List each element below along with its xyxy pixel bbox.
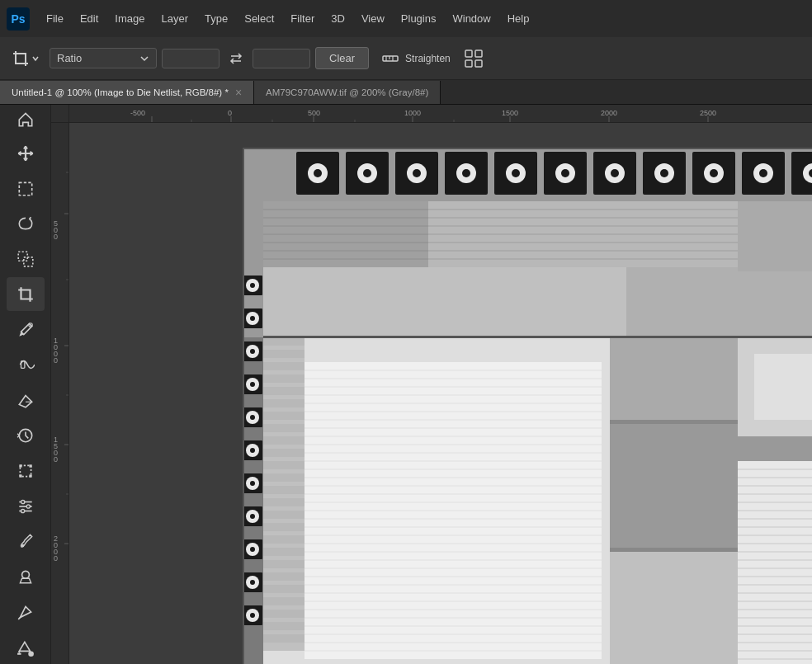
move-icon bbox=[17, 144, 35, 162]
svg-rect-194 bbox=[263, 597, 304, 605]
menu-edit[interactable]: Edit bbox=[73, 9, 105, 28]
svg-point-94 bbox=[611, 169, 619, 177]
svg-rect-183 bbox=[263, 461, 304, 469]
clear-button[interactable]: Clear bbox=[315, 47, 369, 69]
svg-rect-187 bbox=[263, 511, 304, 519]
transform-tool-btn[interactable] bbox=[7, 454, 45, 487]
lasso-tool-btn[interactable] bbox=[7, 207, 45, 241]
menu-file[interactable]: File bbox=[40, 9, 70, 28]
svg-rect-186 bbox=[263, 498, 304, 506]
svg-text:2500: 2500 bbox=[700, 109, 716, 117]
more-options-icon bbox=[465, 49, 483, 68]
dropdown-arrow-icon bbox=[31, 54, 40, 63]
tab-untitled1-close[interactable]: × bbox=[235, 87, 242, 98]
crop-width-input[interactable] bbox=[162, 49, 220, 68]
menu-layer[interactable]: Layer bbox=[155, 9, 196, 28]
pen-tool-btn[interactable] bbox=[7, 596, 45, 629]
svg-point-88 bbox=[512, 169, 520, 177]
svg-text:2000: 2000 bbox=[601, 109, 617, 117]
menu-select[interactable]: Select bbox=[238, 9, 281, 28]
svg-rect-174 bbox=[263, 350, 304, 358]
svg-point-97 bbox=[660, 169, 668, 177]
chip-image bbox=[243, 148, 812, 664]
svg-rect-192 bbox=[263, 572, 304, 581]
svg-rect-176 bbox=[263, 374, 304, 383]
canvas-area[interactable]: -500 0 500 1000 1500 2000 2500 bbox=[51, 105, 812, 664]
brush-tool-btn[interactable] bbox=[7, 525, 45, 558]
svg-rect-129 bbox=[738, 201, 812, 271]
menu-plugins[interactable]: Plugins bbox=[394, 9, 443, 28]
healing-tool-btn[interactable] bbox=[7, 348, 45, 382]
svg-point-26 bbox=[21, 509, 24, 512]
svg-text:0: 0 bbox=[54, 554, 58, 563]
menu-image[interactable]: Image bbox=[108, 9, 151, 28]
svg-point-170 bbox=[250, 613, 255, 618]
menu-filter[interactable]: Filter bbox=[284, 9, 321, 28]
swap-dimensions-button[interactable] bbox=[224, 47, 248, 70]
eyedropper-tool-btn[interactable] bbox=[7, 313, 45, 346]
svg-point-155 bbox=[250, 448, 255, 453]
crop-tool-icon-btn[interactable] bbox=[7, 46, 45, 71]
fill-icon bbox=[17, 638, 35, 657]
svg-rect-0 bbox=[16, 54, 26, 64]
tab-untitled1[interactable]: Untitled-1 @ 100% (Image to Die Netlist,… bbox=[0, 81, 254, 104]
svg-rect-180 bbox=[263, 424, 304, 432]
history-brush-tool-btn[interactable] bbox=[7, 419, 45, 453]
svg-rect-11 bbox=[23, 257, 32, 266]
menu-type[interactable]: Type bbox=[198, 9, 234, 28]
svg-point-103 bbox=[759, 169, 767, 177]
settings-tool-btn[interactable] bbox=[7, 489, 45, 523]
svg-rect-177 bbox=[263, 387, 304, 395]
tab-am79c970-label: AM79C970AWW.tif @ 200% (Gray/8#) bbox=[266, 87, 428, 97]
selection-tool-btn[interactable] bbox=[7, 243, 45, 276]
crop-tool-btn[interactable] bbox=[7, 277, 45, 311]
stamp-tool-btn[interactable] bbox=[7, 560, 45, 594]
svg-rect-10 bbox=[18, 252, 27, 261]
svg-rect-181 bbox=[263, 436, 304, 445]
menu-view[interactable]: View bbox=[355, 9, 391, 28]
svg-rect-178 bbox=[263, 399, 304, 407]
ratio-dropdown[interactable]: Ratio bbox=[50, 48, 157, 68]
eraser-tool-btn[interactable] bbox=[7, 384, 45, 417]
svg-rect-191 bbox=[263, 560, 304, 568]
svg-text:0: 0 bbox=[228, 109, 232, 117]
canvas-content[interactable] bbox=[69, 123, 812, 664]
svg-rect-195 bbox=[263, 610, 304, 618]
straighten-tool-icon bbox=[381, 49, 399, 68]
menu-bar: Ps File Edit Image Layer Type Select Fil… bbox=[0, 0, 812, 37]
swap-icon bbox=[228, 50, 244, 67]
ruler-corner bbox=[51, 105, 69, 123]
tab-bar: Untitled-1 @ 100% (Image to Die Netlist,… bbox=[0, 80, 812, 105]
home-icon bbox=[17, 111, 35, 129]
settings-icon bbox=[17, 497, 35, 516]
straighten-area[interactable]: Straighten bbox=[374, 45, 457, 72]
svg-point-82 bbox=[413, 169, 421, 177]
tab-am79c970[interactable]: AM79C970AWW.tif @ 200% (Gray/8#) bbox=[254, 81, 441, 104]
ratio-chevron-icon bbox=[139, 54, 149, 64]
crop-height-input[interactable] bbox=[253, 49, 310, 68]
svg-point-140 bbox=[250, 283, 255, 288]
svg-rect-7 bbox=[465, 60, 472, 67]
healing-icon bbox=[17, 356, 35, 374]
svg-rect-6 bbox=[475, 50, 482, 57]
ruler-top: -500 0 500 1000 1500 2000 2500 bbox=[69, 105, 812, 123]
more-options-button[interactable] bbox=[462, 47, 485, 70]
home-button[interactable] bbox=[7, 108, 45, 131]
menu-help[interactable]: Help bbox=[501, 9, 536, 28]
move-tool-btn[interactable] bbox=[7, 136, 45, 170]
svg-rect-1 bbox=[383, 56, 398, 61]
marquee-tool-btn[interactable] bbox=[7, 172, 45, 205]
fill-tool-btn[interactable] bbox=[7, 630, 45, 664]
menu-3d[interactable]: 3D bbox=[324, 9, 352, 28]
svg-rect-197 bbox=[263, 634, 304, 643]
menu-window[interactable]: Window bbox=[446, 9, 497, 28]
straighten-icon bbox=[380, 49, 400, 68]
svg-rect-188 bbox=[263, 523, 304, 531]
svg-point-149 bbox=[250, 382, 255, 387]
svg-rect-175 bbox=[263, 362, 304, 370]
svg-rect-20 bbox=[29, 474, 31, 477]
svg-point-143 bbox=[250, 316, 255, 321]
svg-point-161 bbox=[250, 514, 255, 519]
svg-rect-173 bbox=[263, 337, 304, 346]
svg-point-79 bbox=[363, 169, 371, 177]
